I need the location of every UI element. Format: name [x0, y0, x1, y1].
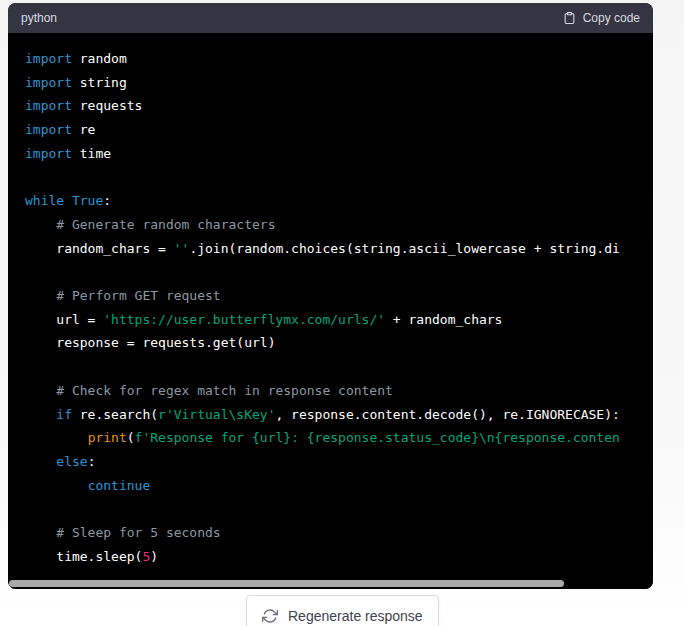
horizontal-scrollbar-thumb[interactable]: [9, 580, 564, 587]
code-line: [25, 355, 653, 379]
code-line: [25, 166, 653, 190]
code-line: import requests: [25, 94, 653, 118]
code-line: if re.search(r'Virtual\sKey', response.c…: [25, 403, 653, 427]
code-line: [25, 260, 653, 284]
code-line: import time: [25, 142, 653, 166]
code-line: response = requests.get(url): [25, 331, 653, 355]
code-line: # Generate random characters: [25, 213, 653, 237]
code-content: import randomimport stringimport request…: [8, 33, 653, 568]
code-line: import random: [25, 47, 653, 71]
code-block: python Copy code import randomimport str…: [8, 3, 653, 589]
code-line: import re: [25, 118, 653, 142]
code-line: random_chars = ''.join(random.choices(st…: [25, 237, 653, 261]
code-line: import string: [25, 71, 653, 95]
code-line: print(f'Response for {url}: {response.st…: [25, 426, 653, 450]
regenerate-response-button[interactable]: Regenerate response: [246, 595, 439, 626]
regenerate-icon: [262, 608, 278, 624]
code-line: else:: [25, 450, 653, 474]
code-line: url = 'https://user.butterflymx.com/urls…: [25, 308, 653, 332]
language-label: python: [21, 11, 57, 25]
code-line: [25, 497, 653, 521]
clipboard-icon: [563, 11, 576, 25]
code-line: continue: [25, 474, 653, 498]
code-header: python Copy code: [8, 3, 653, 33]
copy-code-label: Copy code: [583, 11, 640, 25]
code-line: while True:: [25, 189, 653, 213]
code-line: # Perform GET request: [25, 284, 653, 308]
copy-code-button[interactable]: Copy code: [563, 11, 640, 25]
code-line: # Check for regex match in response cont…: [25, 379, 653, 403]
page: { "page": { "background_top": "#f5f5f6",…: [0, 0, 684, 626]
code-line: time.sleep(5): [25, 545, 653, 569]
code-area: import randomimport stringimport request…: [8, 33, 653, 589]
regenerate-label: Regenerate response: [288, 608, 423, 624]
code-line: # Sleep for 5 seconds: [25, 521, 653, 545]
